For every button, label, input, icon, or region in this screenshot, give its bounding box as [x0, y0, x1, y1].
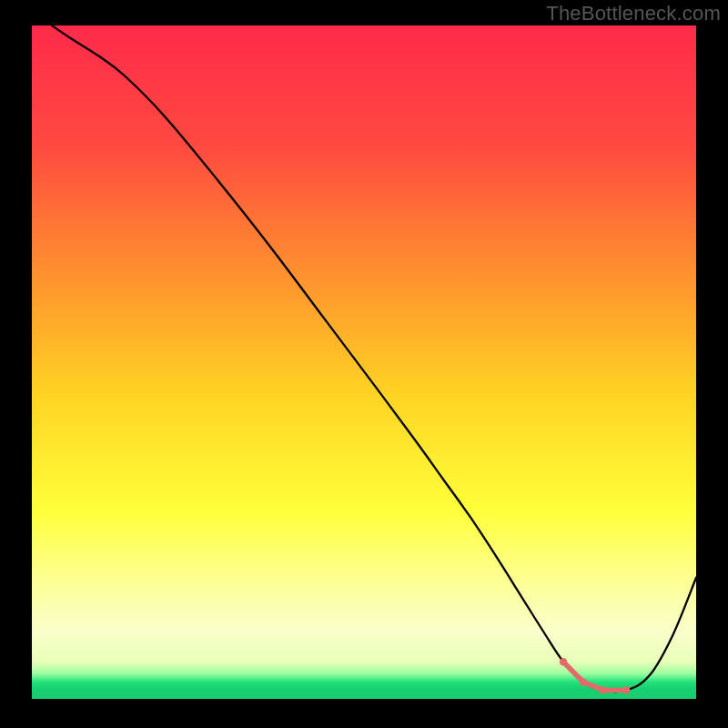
highlight-dot — [600, 686, 607, 693]
highlight-dot — [580, 678, 587, 685]
watermark: TheBottleneck.com — [546, 2, 721, 25]
highlight-dot — [622, 686, 630, 693]
chart-svg — [32, 25, 696, 699]
chart-container: TheBottleneck.com — [0, 0, 728, 728]
gradient-background — [32, 25, 696, 699]
plot-area — [32, 25, 696, 699]
highlight-dot — [560, 658, 567, 665]
